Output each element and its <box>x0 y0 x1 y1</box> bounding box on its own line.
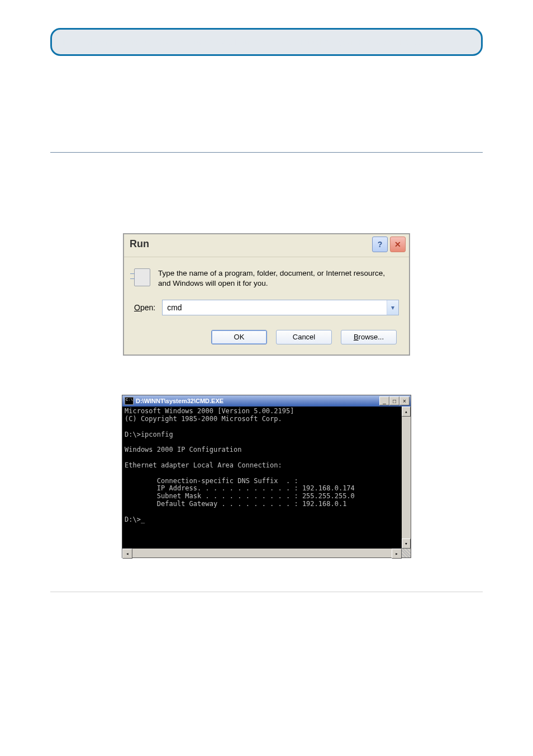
open-input[interactable] <box>163 300 387 315</box>
step3-text-a: At a command prompt, type <box>77 371 182 381</box>
step3-cmd: ipconfig <box>183 371 215 381</box>
open-combobox[interactable]: ▾ <box>162 300 399 315</box>
resize-grip[interactable] <box>402 549 411 557</box>
minimize-button[interactable]: _ <box>379 396 389 405</box>
step2-text-b: , and then click OK. <box>178 209 250 219</box>
step3-text-b: and then press ENTER. <box>215 371 306 381</box>
horizontal-scrollbar[interactable]: ◂ ▸ <box>122 549 411 557</box>
run-dialog: Run ? ✕ Type the name of a program, fold… <box>123 233 410 356</box>
footer-left: TW100 – Troubleshooting Guide <box>50 597 147 604</box>
step3: Step 3 At a command prompt, type ipconfi… <box>50 370 483 383</box>
browse-button[interactable]: Browse... <box>341 330 397 344</box>
intro-paragraph: If you can access the Internet, open the… <box>50 89 483 115</box>
step2: Step 2 In the Open box, type cmd, and th… <box>50 208 483 221</box>
step2-label: Step 2 <box>50 209 75 219</box>
maximize-button[interactable]: □ <box>389 396 399 405</box>
section-heading: Check the Computer's IP Address <box>50 137 483 153</box>
dropdown-icon[interactable]: ▾ <box>387 300 398 315</box>
step1: Step 1 Click on Start and then click Run… <box>50 183 483 196</box>
help-button[interactable]: ? <box>372 237 388 252</box>
step2-cmd: cmd <box>160 209 178 219</box>
page-footer: TW100 – Troubleshooting Guide 5 <box>50 592 483 604</box>
scroll-left-icon[interactable]: ◂ <box>122 549 132 559</box>
ok-button[interactable]: OK <box>211 330 267 344</box>
run-description: Type the name of a program, folder, docu… <box>158 268 399 289</box>
cmd-title: D:\WINNT\system32\CMD.EXE <box>136 398 223 404</box>
open-label: Open: <box>134 303 155 312</box>
run-icon <box>134 268 150 286</box>
run-titlebar: Run ? ✕ <box>124 234 409 257</box>
cmd-titlebar: D:\WINNT\system32\CMD.EXE _ □ × <box>122 395 411 407</box>
cancel-button[interactable]: Cancel <box>276 330 332 344</box>
cmd-output: Microsoft Windows 2000 [Version 5.00.219… <box>122 407 402 549</box>
step3-label: Step 3 <box>50 371 75 381</box>
run-title: Run <box>130 238 149 250</box>
notice-box: In the following examples, we use Window… <box>50 28 483 56</box>
step1-label: Step 1 <box>50 185 75 194</box>
cmd-close-button[interactable]: × <box>399 396 410 405</box>
notice-text: In the following examples, we use Window… <box>62 37 471 46</box>
scroll-up-icon[interactable]: ▴ <box>402 407 411 417</box>
footer-right: 5 <box>479 597 483 604</box>
cmd-window: D:\WINNT\system32\CMD.EXE _ □ × Microsof… <box>122 395 411 558</box>
close-button[interactable]: ✕ <box>390 237 406 252</box>
step2-text-a: In the Open box, type <box>78 209 160 219</box>
scroll-right-icon[interactable]: ▸ <box>392 549 402 559</box>
vertical-scrollbar[interactable]: ▴ ▾ <box>402 407 411 549</box>
scroll-down-icon[interactable]: ▾ <box>402 538 411 549</box>
explain1: Before verifying the route to the router… <box>50 163 483 176</box>
step1-text: Click on Start and then click Run. <box>78 185 201 194</box>
cmd-icon <box>125 397 134 405</box>
